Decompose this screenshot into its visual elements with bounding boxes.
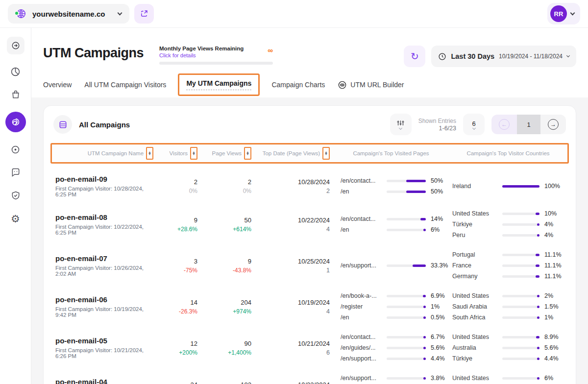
table-row[interactable]: po-en-email-09First Campaign Visitor: 10…	[55, 168, 564, 204]
tab-overview[interactable]: Overview	[43, 81, 72, 89]
page-views-cell: 204+974%	[197, 299, 251, 315]
avatar: RR	[550, 5, 567, 22]
prev-page-button[interactable]: ←	[491, 115, 517, 134]
shopping-bag-icon[interactable]	[10, 89, 22, 100]
card-title: All Campaigns	[79, 120, 130, 129]
top-page-percent: 33.3%	[431, 262, 448, 269]
first-campaign-visitor: First Campaign Visitor: 10/28/2024, 6:25…	[55, 186, 153, 197]
top-country-item: United States2%	[452, 292, 564, 299]
next-page-button[interactable]: →	[540, 115, 566, 134]
table-row[interactable]: po-en-email-08First Campaign Visitor: 10…	[55, 204, 564, 245]
top-date-value: 10/22/2024	[251, 216, 330, 224]
progress-track	[387, 295, 426, 297]
column-page-views[interactable]: Page Views ▲▼	[197, 147, 251, 160]
progress-fill	[536, 275, 539, 278]
chat-icon[interactable]	[10, 167, 22, 178]
click-for-details-link[interactable]: Click for details	[159, 52, 244, 58]
tab-campaign-charts[interactable]: Campaign Charts	[271, 81, 325, 89]
column-visitors[interactable]: Visitors ▲▼	[153, 147, 197, 160]
gear-icon[interactable]: ⚙	[10, 213, 22, 224]
top-page-label: /en/support...	[341, 375, 384, 382]
top-page-percent: 4.4%	[431, 355, 445, 362]
campaign-name: po-en-email-07	[55, 254, 153, 263]
date-range-picker[interactable]: Last 30 Days 10/19/2024 - 11/18/2024	[431, 46, 576, 67]
top-page-percent: 6%	[431, 226, 440, 233]
progress-track	[502, 264, 539, 267]
external-link-icon	[140, 9, 148, 18]
tab-all-utm-campaign-visitors[interactable]: All UTM Campaign Visitors	[84, 81, 166, 89]
user-menu[interactable]: RR	[547, 3, 580, 24]
globe-icon	[16, 8, 26, 19]
page-views-cell: 50+614%	[197, 216, 251, 233]
progress-fill	[406, 191, 426, 193]
page-views-cell: 90+1,400%	[197, 340, 251, 356]
sort-icon[interactable]: ▲▼	[190, 147, 197, 160]
progress-track	[387, 264, 426, 267]
collapse-icon[interactable]	[7, 37, 24, 54]
top-page-label: /en/support...	[341, 355, 384, 362]
tab-utm-url-builder[interactable]: UTM URL Builder	[338, 80, 404, 90]
page-header: UTM Campaigns Monthly Page Views Remaini…	[31, 28, 588, 67]
page-size-selector[interactable]: 6	[463, 114, 485, 135]
progress-fill	[537, 358, 539, 360]
first-campaign-visitor: First Campaign Visitor: 10/22/2024, 6:25…	[55, 224, 153, 236]
top-date-cell: 10/28/20242	[251, 178, 330, 194]
top-page-percent: 6.7%	[431, 334, 445, 340]
visitors-change: -26.3%	[153, 308, 197, 315]
visitors-cell: 24+26.3%	[153, 381, 197, 384]
page-views-change: -43.8%	[197, 267, 251, 274]
progress-track	[502, 223, 539, 226]
focus-icon[interactable]	[10, 144, 22, 155]
sort-icon[interactable]: ▲▼	[322, 147, 330, 160]
first-campaign-visitor: First Campaign Visitor: 10/19/2024, 9:42…	[55, 306, 153, 318]
page-views-value: 50	[197, 216, 251, 224]
top-page-item: /register1%	[330, 303, 452, 310]
shield-icon[interactable]	[10, 190, 22, 201]
top-page-percent: 0.5%	[431, 314, 445, 321]
visitors-cell: 12+200%	[153, 340, 197, 356]
sort-icon[interactable]: ▲▼	[146, 147, 153, 160]
filter-button[interactable]	[390, 114, 412, 135]
sort-icon[interactable]: ▲▼	[244, 147, 251, 160]
progress-track	[502, 275, 539, 278]
column-top-date[interactable]: Top Date (Page Views) ▲▼	[251, 147, 330, 160]
top-country-item: United States8.9%	[452, 334, 564, 340]
open-site-button[interactable]	[134, 4, 154, 24]
column-top-visited-pages: Campaign's Top Visited Pages	[330, 150, 452, 156]
top-date-cell: 10/19/20244	[251, 299, 330, 315]
top-page-label: /en/contact...	[341, 216, 384, 222]
utm-spiral-icon[interactable]	[5, 112, 26, 132]
page-views-cell: 20%	[197, 178, 251, 194]
top-page-label: /en/support...	[341, 262, 384, 269]
page-views-change: +614%	[197, 226, 251, 233]
progress-track	[387, 336, 426, 338]
top-page-percent: 3.8%	[431, 375, 445, 382]
refresh-button[interactable]: ↻	[404, 46, 425, 67]
tab-my-utm-campaigns[interactable]: My UTM Campaigns	[178, 73, 260, 96]
table-row[interactable]: po-en-email-07First Campaign Visitor: 10…	[55, 245, 564, 286]
progress-track	[387, 229, 426, 231]
table-row[interactable]: po-en-email-04First Campaign Visitor: 10…	[55, 368, 564, 384]
pie-chart-icon[interactable]	[10, 66, 22, 77]
shown-entries: Shown Entries 1-6/23	[418, 118, 456, 132]
top-country-percent: 2%	[544, 292, 553, 299]
website-name: yourwebsitename.co	[32, 10, 112, 18]
visitors-value: 9	[153, 216, 197, 224]
progress-fill	[423, 316, 426, 319]
top-country-percent: 10%	[544, 210, 557, 217]
progress-track	[502, 254, 539, 256]
top-page-item: /en6%	[330, 226, 452, 233]
top-page-item: /en/support...33.3%	[330, 262, 452, 269]
website-selector[interactable]: yourwebsitename.co	[8, 4, 129, 24]
campaign-name-cell: po-en-email-06First Campaign Visitor: 10…	[55, 295, 153, 318]
current-page[interactable]: 1	[517, 115, 540, 134]
progress-track	[502, 213, 539, 215]
top-country-label: United States	[452, 292, 499, 299]
column-utm-campaign-name[interactable]: UTM Campaign Name ▲▼	[55, 147, 153, 160]
progress-fill	[536, 254, 539, 256]
table-row[interactable]: po-en-email-05First Campaign Visitor: 10…	[55, 327, 564, 368]
top-country-percent: 1%	[544, 314, 553, 321]
visitors-change: 0%	[153, 188, 197, 194]
table-row[interactable]: po-en-email-06First Campaign Visitor: 10…	[55, 286, 564, 327]
top-country-list: Ireland100%	[452, 183, 564, 190]
